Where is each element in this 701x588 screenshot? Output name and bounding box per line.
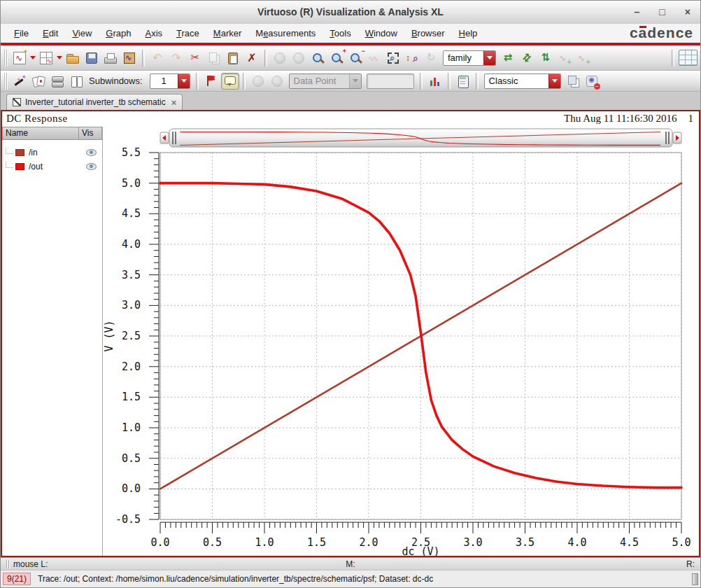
point-value-field[interactable] — [367, 74, 414, 89]
tab-close-icon[interactable]: × — [171, 97, 177, 108]
signal-row[interactable]: /out — [2, 160, 102, 174]
menu-file[interactable]: File — [8, 26, 35, 41]
paste-button[interactable] — [224, 49, 242, 67]
disable-preview-icon: − — [586, 75, 598, 88]
data-point-combo[interactable]: Data Point — [289, 74, 362, 89]
menu-browser[interactable]: Browser — [405, 26, 451, 41]
close-button[interactable]: × — [685, 7, 691, 17]
next-point-button[interactable] — [268, 73, 286, 90]
add-subwindow-trace-button[interactable] — [555, 49, 574, 67]
zoom-out-x-icon — [349, 52, 362, 64]
flag-button[interactable] — [202, 73, 220, 90]
vertical-layout-button[interactable] — [67, 73, 85, 90]
zoom-fit-icon — [387, 52, 399, 64]
flip-y-axis-icon: ⇅ — [541, 52, 551, 63]
pan-icon — [368, 52, 381, 64]
menu-help[interactable]: Help — [453, 26, 484, 41]
tab-inverter-tutorial[interactable]: Inverter_tutorial inverter_tb schematic … — [6, 94, 183, 110]
new-graph-window-button[interactable] — [10, 49, 29, 67]
svg-text:1.0: 1.0 — [255, 536, 274, 549]
x-range-overview-slider[interactable] — [160, 129, 681, 147]
snap-grid-button[interactable] — [678, 49, 698, 67]
copy-button[interactable] — [205, 49, 223, 67]
signal-name-column-header[interactable]: Name — [2, 127, 78, 140]
menu-measurements[interactable]: Measurements — [249, 26, 322, 41]
svg-text:5.0: 5.0 — [672, 536, 691, 549]
new-graph-window-dropdown-icon[interactable] — [29, 49, 36, 67]
secondary-toolbar: Subwindows:1Data PointClassic− — [1, 71, 700, 92]
redo-button[interactable]: ↷ — [167, 49, 185, 67]
menu-edit[interactable]: Edit — [36, 26, 64, 41]
subwindows-combo[interactable]: 1 — [150, 74, 190, 89]
menu-graph[interactable]: Graph — [99, 26, 137, 41]
mouse-left-label: mouse L: — [13, 559, 48, 569]
menu-window[interactable]: Window — [359, 26, 404, 41]
export-image-button[interactable] — [120, 49, 139, 67]
append-trace-button[interactable] — [574, 49, 593, 67]
graph-header: DC Response Thu Aug 11 11:16:30 2016 1 — [2, 111, 699, 127]
previous-point-icon — [252, 75, 264, 88]
new-subwindow-button[interactable] — [37, 49, 55, 67]
new-subwindow-dropdown-icon[interactable] — [56, 49, 63, 67]
zoom-out-x-button[interactable]: − — [346, 49, 364, 67]
redraw-button[interactable]: ↻ — [422, 49, 440, 67]
visibility-eye-icon[interactable] — [86, 149, 97, 156]
zoom-in-x-button[interactable]: + — [327, 49, 346, 67]
next-zoom-button[interactable] — [290, 49, 308, 67]
whats-new-button[interactable] — [10, 73, 29, 90]
horizontal-layout-button[interactable] — [48, 73, 66, 90]
menu-view[interactable]: View — [66, 26, 98, 41]
fit-xy-button[interactable] — [403, 49, 421, 67]
previous-point-button[interactable] — [249, 73, 267, 90]
family-combo-arrow-icon[interactable] — [483, 51, 495, 65]
toolbar-handle[interactable] — [4, 50, 8, 66]
swap-sweep-values-button[interactable]: ⇄ — [499, 49, 517, 67]
subwindows-combo-arrow-icon[interactable] — [178, 74, 190, 88]
statusbar-scroll-handle[interactable] — [692, 573, 698, 585]
calculator-button[interactable] — [454, 73, 472, 90]
menu-marker[interactable]: Marker — [207, 26, 248, 41]
print-button[interactable] — [101, 49, 120, 67]
visibility-eye-icon[interactable] — [86, 163, 97, 170]
signal-row[interactable]: /in — [2, 146, 102, 160]
svg-text:4.5: 4.5 — [620, 536, 639, 549]
menu-trace[interactable]: Trace — [170, 26, 206, 41]
family-combo[interactable]: family — [443, 50, 496, 66]
schematic-tab-icon — [13, 98, 21, 106]
title-bar[interactable]: Virtuoso (R) Visualization & Analysis XL… — [1, 1, 700, 24]
menu-tools[interactable]: Tools — [323, 26, 357, 41]
minimize-button[interactable]: – — [635, 7, 640, 17]
dc-response-chart[interactable]: -0.50.00.51.01.52.02.53.03.54.04.55.05.5… — [103, 127, 699, 556]
swap-sweep-values-icon: ⇄ — [504, 52, 513, 63]
main-toolbar: ↶↷✂✗+−↻family⇄⇄⇅ — [1, 46, 700, 71]
label-button[interactable] — [221, 73, 239, 90]
save-button[interactable] — [83, 49, 101, 67]
pan-button[interactable] — [365, 49, 383, 67]
signal-color-swatch[interactable] — [15, 163, 24, 170]
signal-color-swatch[interactable] — [15, 149, 24, 156]
tips-button[interactable] — [29, 73, 48, 90]
copy-graph-appearance-button[interactable] — [564, 73, 582, 90]
zoom-button[interactable] — [309, 49, 327, 67]
vertical-layout-icon — [70, 75, 83, 88]
appearance-combo[interactable]: Classic — [484, 74, 561, 89]
delete-button[interactable]: ✗ — [243, 49, 261, 67]
disable-preview-button[interactable]: − — [583, 73, 601, 90]
previous-zoom-button[interactable] — [271, 49, 289, 67]
message-count-badge[interactable]: 9(21) — [3, 573, 31, 585]
menu-axis[interactable]: Axis — [139, 26, 169, 41]
signal-vis-column-header[interactable]: Vis — [78, 127, 102, 140]
swap-axes-button[interactable]: ⇄ — [518, 49, 536, 67]
data-point-combo-arrow-icon[interactable] — [349, 74, 361, 88]
plot-area[interactable]: -0.50.00.51.01.52.02.53.03.54.04.55.05.5… — [103, 127, 699, 556]
cut-button[interactable]: ✂ — [186, 49, 204, 67]
undo-button[interactable]: ↶ — [148, 49, 167, 67]
histogram-button[interactable] — [426, 73, 444, 90]
flip-y-axis-button[interactable]: ⇅ — [537, 49, 555, 67]
maximize-button[interactable]: □ — [659, 7, 665, 17]
graph-timestamp: Thu Aug 11 11:16:30 2016 — [564, 113, 677, 125]
appearance-combo-arrow-icon[interactable] — [548, 74, 560, 88]
zoom-fit-button[interactable] — [384, 49, 402, 67]
toolbar-handle[interactable] — [4, 73, 8, 90]
open-button[interactable] — [64, 49, 82, 67]
